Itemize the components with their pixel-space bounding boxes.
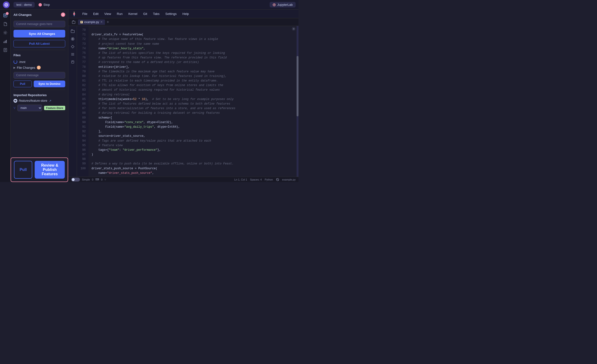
tab-add-icon[interactable]: ＋ [106, 19, 110, 24]
all-changes-header: All Changes 2 [14, 13, 65, 17]
jup-diamond-icon[interactable] [69, 43, 76, 50]
svg-point-37 [278, 180, 279, 181]
keyboard-icon: ⌨ [95, 178, 99, 181]
file-changes-label: File Changes [17, 66, 35, 69]
status-filename: example.py [282, 178, 296, 181]
mnt-item: /mnt [14, 59, 65, 65]
files-section: Files /mnt ▶ File Changes 1 Pull Sync to… [14, 53, 65, 87]
file-changes-row[interactable]: ▶ File Changes 1 [14, 65, 65, 70]
jup-list-icon[interactable] [69, 51, 76, 58]
chart-icon [3, 39, 8, 44]
left-sidebar-icons: 1 [0, 10, 11, 182]
gear-icon [3, 30, 8, 35]
svg-rect-9 [4, 42, 4, 43]
sidebar-item-document[interactable] [1, 46, 9, 54]
feature-store-badge: Feature-Store [44, 106, 65, 110]
file-icon [3, 22, 8, 26]
workspace-tab[interactable]: test : demo [14, 2, 35, 8]
jup-puzzle-icon[interactable] [69, 59, 76, 65]
git-icon [276, 178, 279, 181]
status-right: Ln 1, Col 1 Spaces: 4 Python example.py [234, 178, 296, 181]
svg-rect-21 [72, 21, 75, 23]
tab-file-icon [80, 21, 83, 23]
menu-edit[interactable]: Edit [91, 11, 101, 17]
code-editor-area: 70 71 72 73 74 75 76 77 78 79 80 81 82 8… [68, 26, 298, 177]
status-count-1: 0 [92, 178, 93, 181]
code-content[interactable]: driver_stats_fv = FeatureView( # The uni… [89, 26, 297, 177]
svg-point-36 [276, 178, 277, 179]
scrollbar-thumb[interactable] [297, 56, 298, 116]
svg-rect-11 [6, 40, 7, 43]
github-icon [14, 99, 17, 103]
branch-select[interactable]: main develop feature/test [17, 105, 42, 111]
git-branch-status-icon: ⑂ [104, 178, 106, 181]
sync-to-domino-button[interactable]: Sync to Domino [34, 81, 65, 87]
menu-run[interactable]: Run [114, 11, 125, 17]
imported-repos-label: Imported Repositories [14, 93, 65, 97]
menu-kernel[interactable]: Kernel [126, 11, 140, 17]
sidebar-item-notifications[interactable]: 1 [1, 12, 9, 19]
menu-help[interactable]: Help [180, 11, 191, 17]
file-browser-icon[interactable] [70, 19, 77, 25]
chevron-right-icon: ▶ [14, 66, 16, 69]
topbar: test : demo Stop JupyterLab [0, 0, 298, 10]
sidebar-item-files[interactable] [1, 20, 9, 28]
editor-tab-example-py[interactable]: example.py ✕ [78, 19, 105, 25]
document-icon [3, 48, 8, 52]
jup-stop-icon[interactable] [69, 36, 76, 42]
sync-all-button[interactable]: Sync All Changes [14, 30, 65, 38]
editor-settings-icon[interactable] [292, 27, 296, 31]
stop-label: Stop [43, 3, 50, 7]
mnt-sync-icon [14, 60, 17, 64]
file-pull-button[interactable]: Pull [14, 81, 32, 87]
mode-label: Simple [82, 178, 90, 181]
file-changes-badge: 1 [37, 66, 41, 69]
tab-close-icon[interactable]: ✕ [100, 20, 102, 23]
vertical-scrollbar[interactable] [297, 26, 298, 177]
menu-file[interactable]: File [80, 11, 90, 17]
files-label: Files [14, 53, 65, 57]
review-publish-button[interactable]: Review & Publish Features [35, 161, 65, 179]
sidebar-item-settings[interactable] [1, 29, 9, 37]
jupyterlab-icon [273, 3, 276, 7]
jup-folder-icon[interactable] [69, 28, 76, 35]
branch-icon: ⑂ [14, 106, 16, 110]
jupyter-area: File Edit View Run Kernel Git Tabs Setti… [68, 10, 298, 182]
sidebar-item-charts[interactable] [1, 38, 9, 45]
svg-rect-26 [71, 30, 74, 33]
spaces-label: Spaces: 4 [250, 178, 262, 181]
stop-circle-icon [39, 3, 42, 7]
jupyterlab-button[interactable]: JupyterLab [270, 2, 296, 8]
svg-rect-10 [5, 41, 6, 43]
simple-mode-toggle[interactable] [71, 178, 80, 182]
language-label: Python [265, 178, 273, 181]
tab-bar: example.py ✕ ＋ [68, 18, 298, 26]
svg-point-20 [74, 15, 75, 16]
commit-message-input[interactable] [14, 21, 65, 27]
line-numbers: 70 71 72 73 74 75 76 77 78 79 80 81 82 8… [77, 26, 89, 177]
svg-point-18 [73, 13, 75, 15]
menu-tabs[interactable]: Tabs [150, 11, 162, 17]
all-changes-badge: 2 [61, 13, 65, 17]
svg-point-34 [293, 28, 294, 30]
jupyterlab-label: JupyterLab [277, 3, 293, 7]
svg-rect-33 [71, 61, 74, 63]
svg-rect-28 [72, 38, 73, 40]
menu-git[interactable]: Git [141, 11, 150, 17]
main-layout: 1 [0, 10, 298, 182]
jupyter-menu: File Edit View Run Kernel Git Tabs Setti… [68, 10, 298, 18]
svg-point-3 [274, 4, 275, 5]
stop-button[interactable]: Stop [39, 3, 50, 7]
menu-settings[interactable]: Settings [163, 11, 179, 17]
external-link-icon[interactable]: ↗ [49, 99, 51, 102]
file-commit-input[interactable] [14, 72, 65, 79]
jupyter-logo [71, 11, 77, 17]
notification-badge: 1 [6, 12, 9, 15]
menu-view[interactable]: View [102, 11, 113, 17]
divider-2 [14, 90, 65, 90]
file-action-buttons: Pull Sync to Domino [14, 81, 65, 87]
svg-point-8 [5, 32, 6, 33]
pull-all-button[interactable]: Pull All Latest [14, 40, 65, 47]
bottom-pull-button[interactable]: Pull [14, 161, 32, 179]
branch-row: ⑂ main develop feature/test Feature-Stor… [14, 105, 65, 111]
